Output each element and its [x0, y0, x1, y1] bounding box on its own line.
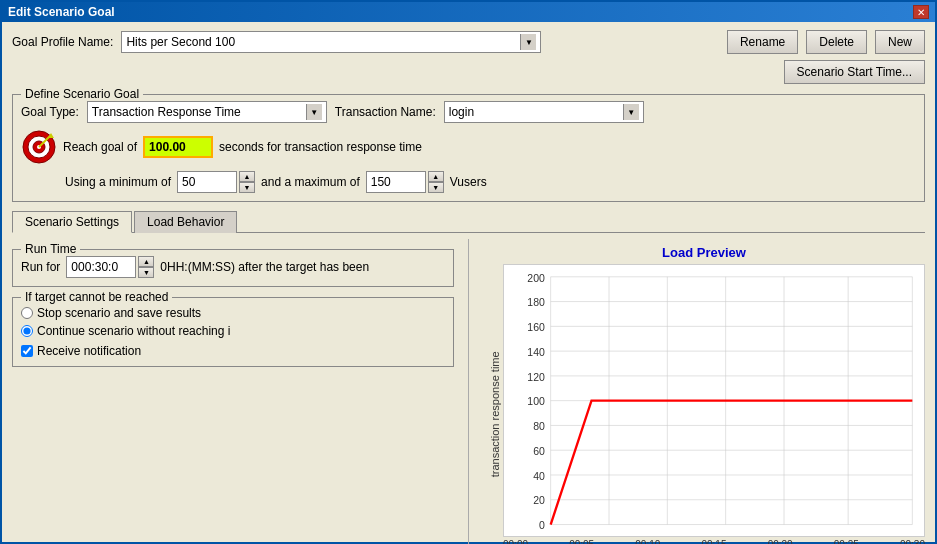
svg-text:120: 120 — [527, 371, 545, 383]
svg-text:40: 40 — [533, 470, 545, 482]
run-time-spinner-up[interactable]: ▲ — [138, 256, 154, 267]
radio-stop[interactable] — [21, 307, 33, 319]
reach-goal-suffix: seconds for transaction response time — [219, 140, 422, 154]
svg-text:160: 160 — [527, 321, 545, 333]
reach-goal-row: Reach goal of 100.00 seconds for transac… — [21, 129, 916, 165]
goal-type-value: Transaction Response Time — [92, 105, 306, 119]
max-spinner-down[interactable]: ▼ — [428, 182, 444, 193]
if-target-group: If target cannot be reached Stop scenari… — [12, 297, 454, 367]
main-area: Run Time Run for 000:30:0 ▲ ▼ 0HH:(MM:SS… — [12, 239, 925, 544]
goal-type-label: Goal Type: — [21, 105, 79, 119]
divider — [468, 239, 469, 544]
svg-text:80: 80 — [533, 420, 545, 432]
run-time-spinner-btns: ▲ ▼ — [138, 256, 154, 278]
chart-inner: 200 180 160 140 120 100 80 60 40 20 0 — [503, 264, 925, 544]
goal-type-arrow[interactable]: ▼ — [306, 104, 322, 120]
svg-text:100: 100 — [527, 395, 545, 407]
checkbox-notification[interactable] — [21, 345, 33, 357]
x-label-0: 00:00 — [503, 539, 528, 544]
run-time-group: Run Time Run for 000:30:0 ▲ ▼ 0HH:(MM:SS… — [12, 249, 454, 287]
goal-type-row: Goal Type: Transaction Response Time ▼ T… — [21, 101, 916, 123]
transaction-name-value: login — [449, 105, 623, 119]
x-label-4: 00:20 — [768, 539, 793, 544]
max-spinner-up[interactable]: ▲ — [428, 171, 444, 182]
new-button[interactable]: New — [875, 30, 925, 54]
min-spinner-down[interactable]: ▼ — [239, 182, 255, 193]
max-spinner-btns: ▲ ▼ — [428, 171, 444, 193]
min-spinner-up[interactable]: ▲ — [239, 171, 255, 182]
checkbox-notification-label: Receive notification — [37, 344, 141, 358]
tab-load-behavior[interactable]: Load Behavior — [134, 211, 237, 233]
min-spinner-btns: ▲ ▼ — [239, 171, 255, 193]
reach-goal-label: Reach goal of — [63, 140, 137, 154]
transaction-name-label: Transaction Name: — [335, 105, 436, 119]
x-axis-labels: 00:00 00:05 00:10 00:15 00:20 00:25 00:3… — [503, 537, 925, 544]
scenario-start-button[interactable]: Scenario Start Time... — [784, 60, 925, 84]
chart-svg: 200 180 160 140 120 100 80 60 40 20 0 — [503, 264, 925, 537]
max-label: and a maximum of — [261, 175, 360, 189]
tab-scenario-settings[interactable]: Scenario Settings — [12, 211, 132, 233]
x-label-5: 00:25 — [834, 539, 859, 544]
left-panel: Run Time Run for 000:30:0 ▲ ▼ 0HH:(MM:SS… — [12, 239, 454, 544]
run-for-label: Run for — [21, 260, 60, 274]
svg-text:200: 200 — [527, 271, 545, 283]
min-label: Using a minimum of — [65, 175, 171, 189]
svg-text:60: 60 — [533, 445, 545, 457]
target-icon — [21, 129, 57, 165]
tabs-container: Scenario Settings Load Behavior — [12, 210, 925, 233]
checkbox-notification-row: Receive notification — [21, 344, 445, 358]
x-label-2: 00:10 — [635, 539, 660, 544]
run-time-format: 0HH:(MM:SS) after the target has been — [160, 260, 369, 274]
vusers-label: Vusers — [450, 175, 487, 189]
chart-area: transaction response time — [483, 264, 925, 544]
right-panel: Load Preview transaction response time — [483, 239, 925, 544]
define-scenario-goal-group: Define Scenario Goal Goal Type: Transact… — [12, 94, 925, 202]
goal-profile-arrow[interactable]: ▼ — [520, 34, 536, 50]
svg-text:0: 0 — [539, 519, 545, 531]
radio-continue-label: Continue scenario without reaching i — [37, 324, 230, 338]
max-spinner: 150 ▲ ▼ — [366, 171, 444, 193]
radio-continue-row: Continue scenario without reaching i — [21, 324, 445, 338]
rename-button[interactable]: Rename — [727, 30, 798, 54]
y-axis-label: transaction response time — [483, 264, 503, 544]
main-window: Edit Scenario Goal ✕ Goal Profile Name: … — [0, 0, 937, 544]
goal-profile-combo[interactable]: Hits per Second 100 ▼ — [121, 31, 541, 53]
close-button[interactable]: ✕ — [913, 5, 929, 19]
x-label-3: 00:15 — [701, 539, 726, 544]
chart-title: Load Preview — [483, 245, 925, 260]
goal-profile-label: Goal Profile Name: — [12, 35, 113, 49]
transaction-name-combo[interactable]: login ▼ — [444, 101, 644, 123]
transaction-name-arrow[interactable]: ▼ — [623, 104, 639, 120]
x-label-1: 00:05 — [569, 539, 594, 544]
min-input[interactable]: 50 — [177, 171, 237, 193]
max-input[interactable]: 150 — [366, 171, 426, 193]
run-time-spinner-down[interactable]: ▼ — [138, 267, 154, 278]
reach-goal-input[interactable]: 100.00 — [143, 136, 213, 158]
goal-profile-row: Goal Profile Name: Hits per Second 100 ▼… — [12, 30, 925, 54]
run-time-title: Run Time — [21, 242, 80, 256]
radio-stop-label: Stop scenario and save results — [37, 306, 201, 320]
min-max-row: Using a minimum of 50 ▲ ▼ and a maximum … — [65, 171, 916, 193]
run-time-row: Run for 000:30:0 ▲ ▼ 0HH:(MM:SS) after t… — [21, 256, 445, 278]
run-time-spinner: 000:30:0 ▲ ▼ — [66, 256, 154, 278]
if-target-title: If target cannot be reached — [21, 290, 172, 304]
goal-type-combo[interactable]: Transaction Response Time ▼ — [87, 101, 327, 123]
svg-text:180: 180 — [527, 296, 545, 308]
svg-text:20: 20 — [533, 494, 545, 506]
content-area: Goal Profile Name: Hits per Second 100 ▼… — [2, 22, 935, 544]
radio-continue[interactable] — [21, 325, 33, 337]
define-goal-title: Define Scenario Goal — [21, 87, 143, 101]
goal-profile-value: Hits per Second 100 — [126, 35, 520, 49]
title-bar: Edit Scenario Goal ✕ — [2, 2, 935, 22]
x-label-6: 00:30 — [900, 539, 925, 544]
delete-button[interactable]: Delete — [806, 30, 867, 54]
run-time-input[interactable]: 000:30:0 — [66, 256, 136, 278]
svg-text:140: 140 — [527, 346, 545, 358]
min-spinner: 50 ▲ ▼ — [177, 171, 255, 193]
radio-stop-row: Stop scenario and save results — [21, 306, 445, 320]
window-title: Edit Scenario Goal — [8, 5, 115, 19]
